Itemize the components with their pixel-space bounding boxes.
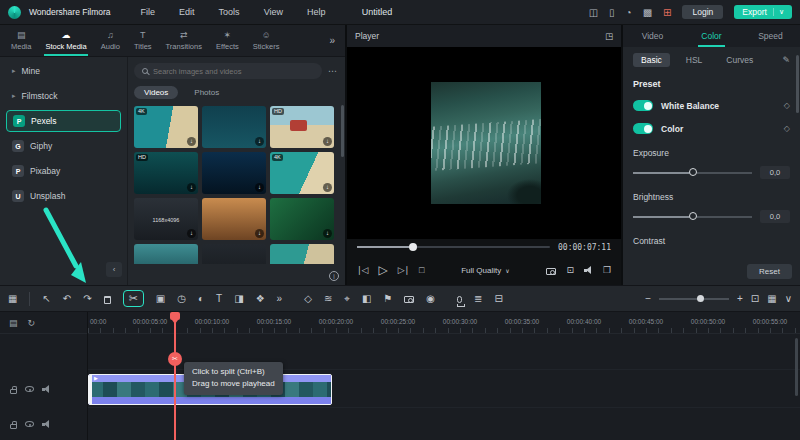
more-panels-icon[interactable]: »	[323, 35, 341, 46]
mobile-export-icon[interactable]: ▯	[609, 7, 615, 18]
play-button[interactable]: ▷	[378, 263, 387, 277]
search-field[interactable]	[153, 67, 314, 76]
stop-button[interactable]: □	[419, 265, 424, 275]
exposure-slider[interactable]	[633, 172, 752, 174]
lock-track-icon[interactable]	[10, 424, 17, 429]
timeline-view-icon[interactable]: ▦	[767, 294, 776, 304]
zoom-slider-handle[interactable]	[697, 295, 704, 302]
menu-view[interactable]: View	[256, 7, 291, 17]
pointer-tool-icon[interactable]: ↖	[42, 294, 50, 304]
notifications-icon[interactable]: ◔	[626, 7, 632, 18]
lock-track-icon[interactable]	[10, 389, 17, 394]
fit-ratio-icon[interactable]: ⊡	[566, 265, 574, 275]
delete-icon[interactable]	[104, 296, 111, 304]
video-thumbnail[interactable]: 1168x4096↓	[134, 198, 198, 240]
mute-track-icon[interactable]	[42, 385, 51, 393]
tab-effects[interactable]: ✶Effects	[209, 25, 246, 56]
sidebar-item-pexels[interactable]: PPexels	[6, 110, 121, 132]
chroma-key-icon[interactable]: ◧	[362, 294, 371, 304]
crop-icon[interactable]: ▣	[156, 294, 165, 304]
tab-titles[interactable]: TTitles	[127, 25, 159, 56]
quality-dropdown[interactable]: Full Quality ∨	[461, 266, 509, 275]
white-balance-toggle[interactable]	[633, 100, 653, 111]
more-options-icon[interactable]: ⋯	[328, 66, 337, 76]
seek-handle[interactable]	[409, 243, 417, 251]
timeline-ruler[interactable]: 00:00 00:00:05:00 00:00:10:00 00:00:15:0…	[88, 312, 800, 334]
marker-icon[interactable]: ⚑	[383, 294, 392, 304]
video-thumbnail[interactable]: ↓	[202, 244, 266, 264]
filter-videos[interactable]: Videos	[134, 86, 178, 99]
speed-icon[interactable]: ◷	[177, 294, 186, 304]
tab-speed[interactable]: Speed	[741, 25, 800, 47]
download-icon[interactable]: ↓	[255, 137, 264, 146]
snapshot-icon[interactable]	[404, 296, 414, 303]
zoom-out-icon[interactable]: −	[645, 294, 651, 304]
video-thumbnail[interactable]: 4K↓	[134, 106, 198, 148]
download-icon[interactable]: ↓	[255, 229, 264, 238]
sidebar-item-unsplash[interactable]: UUnsplash	[6, 185, 121, 207]
download-icon[interactable]: ↓	[187, 229, 196, 238]
refresh-icon[interactable]: ↻	[28, 318, 36, 328]
toggle-visibility-icon[interactable]	[25, 421, 34, 427]
fullscreen-icon[interactable]: ❐	[603, 265, 611, 275]
chevron-down-icon[interactable]: ∨	[773, 8, 784, 16]
timeline-scrollbar[interactable]	[795, 338, 798, 396]
brightness-slider[interactable]	[633, 216, 752, 218]
video-thumbnail[interactable]: ↓	[270, 198, 334, 240]
brightness-value[interactable]: 0,0	[760, 210, 790, 223]
sidebar-item-giphy[interactable]: GGiphy	[6, 135, 121, 157]
download-icon[interactable]: ↓	[323, 137, 332, 146]
tab-stock-media[interactable]: ☁Stock Media	[38, 25, 93, 56]
video-thumbnail[interactable]: ↓	[202, 198, 266, 240]
subtab-curves[interactable]: Curves	[718, 53, 761, 67]
sidebar-item-filmstock[interactable]: ▸Filmstock	[6, 85, 121, 107]
search-input[interactable]	[134, 63, 322, 79]
video-thumbnail[interactable]: HD↓	[134, 152, 198, 194]
subtab-hsl[interactable]: HSL	[678, 53, 711, 67]
project-title[interactable]: Untitled	[362, 7, 393, 17]
workspace-icon[interactable]: ◫	[589, 7, 598, 18]
more-tools-icon[interactable]: »	[277, 294, 283, 304]
track-lane[interactable]	[88, 408, 800, 440]
playhead[interactable]: ✂	[174, 312, 176, 440]
split-playhead-icon[interactable]: ✂	[168, 352, 182, 366]
tab-media[interactable]: ▤Media	[4, 25, 38, 56]
manage-tracks-icon[interactable]: ▤	[9, 318, 18, 328]
tab-audio[interactable]: ♫Audio	[94, 25, 127, 56]
split-scissors-icon[interactable]: ✂	[129, 293, 138, 304]
color-correction-icon[interactable]: ◐	[198, 294, 204, 304]
next-frame-button[interactable]: ▷∣	[398, 265, 409, 275]
pip-icon[interactable]: ◨	[234, 294, 243, 304]
motion-tracking-icon[interactable]: ⌖	[344, 294, 350, 304]
preview-stage[interactable]	[347, 47, 621, 239]
undo-icon[interactable]: ↶	[63, 294, 71, 304]
video-thumbnail[interactable]: ↓	[270, 244, 334, 264]
menu-file[interactable]: File	[133, 7, 164, 17]
login-button[interactable]: Login	[682, 5, 723, 19]
snapshot-icon[interactable]	[546, 268, 556, 275]
brightness-slider-handle[interactable]	[689, 212, 697, 220]
download-icon[interactable]: ↓	[187, 137, 196, 146]
keyframe-icon[interactable]: ◇	[304, 294, 312, 304]
storyboard-icon[interactable]: ▦	[8, 294, 17, 304]
zoom-to-fit-icon[interactable]: ⊡	[751, 294, 759, 304]
sidebar-item-pixabay[interactable]: PPixabay	[6, 160, 121, 182]
text-tool-icon[interactable]: T	[216, 294, 222, 304]
color-toggle[interactable]	[633, 123, 653, 134]
tab-transitions[interactable]: ⇄Transitions	[159, 25, 209, 56]
timeline-zoom-slider[interactable]	[659, 298, 729, 300]
split-button[interactable]: ✂	[123, 290, 144, 307]
panel-scrollbar[interactable]	[796, 55, 799, 113]
menu-tools[interactable]: Tools	[211, 7, 248, 17]
gift-icon[interactable]: ▩	[643, 7, 652, 18]
audio-mixer-icon[interactable]: ≣	[474, 294, 482, 304]
toggle-visibility-icon[interactable]	[25, 386, 34, 392]
filter-photos[interactable]: Photos	[184, 86, 229, 99]
record-icon[interactable]: ◉	[426, 294, 435, 304]
menu-help[interactable]: Help	[299, 7, 334, 17]
exposure-slider-handle[interactable]	[689, 168, 697, 176]
download-icon[interactable]: ↓	[187, 183, 196, 192]
volume-icon[interactable]	[584, 266, 593, 274]
reset-button[interactable]: Reset	[747, 264, 792, 279]
playhead-handle[interactable]	[170, 312, 180, 320]
